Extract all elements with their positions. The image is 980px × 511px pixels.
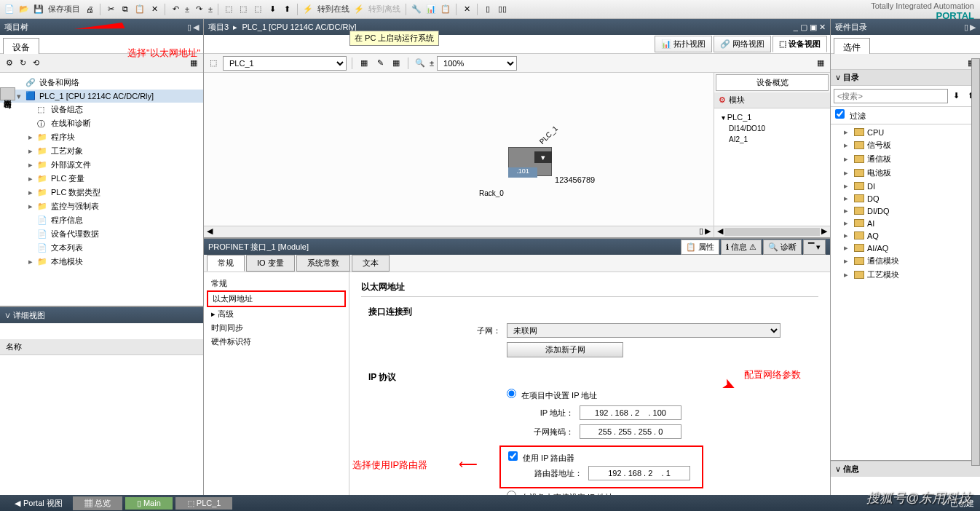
router-address-input[interactable] — [588, 466, 690, 480]
go-offline-button: 转到离线 — [367, 4, 402, 15]
device-overview-panel: 设备概览 ⚙模块 ▾ PLC_1 DI14/DO10 AI2_1 ◀▶ — [714, 73, 830, 237]
upload-icon[interactable]: ⬆ — [280, 3, 293, 16]
tool-icon[interactable]: ▦ — [357, 57, 371, 70]
subnet-select[interactable]: 未联网 — [507, 323, 781, 338]
breadcrumb: 项目3 ▸ PLC_1 [CPU 1214C AC/DC/Rly] _ ▢ ▣ … — [204, 19, 830, 35]
catalog-list[interactable]: ▸CPU ▸信号板 ▸通信板 ▸电池板 ▸DI ▸DQ ▸DI/DQ ▸AI ▸… — [831, 124, 980, 460]
annotation: 选择使用IP路由器 — [352, 459, 427, 472]
device-select[interactable]: PLC_1 — [223, 56, 347, 71]
nav-ethernet[interactable]: 以太网地址 — [207, 290, 346, 307]
delete-icon[interactable]: ✕ — [148, 3, 161, 16]
go-online-button[interactable]: 转到在线 — [316, 4, 351, 15]
undo-icon[interactable]: ↶ — [169, 3, 182, 16]
tab-device[interactable]: ⬚ 设备视图 — [772, 36, 827, 52]
paste-icon[interactable]: 📋 — [133, 3, 146, 16]
bottom-bar: ◀ Portal 视图 ▦ 总览 ▯ Main ⬚ PLC_1 ✔ 已创建 — [0, 495, 980, 511]
tool-icon[interactable]: 📋 — [439, 3, 452, 16]
layout-icon[interactable]: ▯▯ — [496, 3, 509, 16]
layout-icon[interactable]: ▯ — [481, 3, 494, 16]
subtab-sysconst[interactable]: 系统常数 — [296, 255, 350, 272]
collapse-icon[interactable]: ◀ — [193, 23, 199, 32]
go-online-icon[interactable]: ⚡ — [301, 3, 315, 16]
cut-icon[interactable]: ✂ — [104, 3, 117, 16]
zoom-select[interactable]: 100% — [437, 56, 517, 71]
brand-logo: Totally Integrated Automation PORTAL — [871, 1, 974, 21]
search-down-icon[interactable]: ⬇ — [949, 89, 963, 102]
pin-icon[interactable]: ▯ — [964, 23, 968, 32]
print-icon[interactable]: 🖨 — [83, 3, 96, 16]
collapse-icon[interactable]: ▶ — [970, 23, 976, 32]
subtab-general[interactable]: 常规 — [207, 255, 245, 272]
tab-network[interactable]: 🔗 网络视图 — [714, 36, 771, 52]
tool-icon[interactable]: ✎ — [374, 57, 387, 70]
redo-icon[interactable]: ↷ — [192, 3, 205, 16]
tab-diagnostics[interactable]: 🔍 诊断 — [763, 239, 802, 255]
close-icon[interactable]: ✕ — [819, 23, 826, 31]
tooltip: 在 PC 上启动运行系统 — [349, 31, 439, 46]
restore-icon[interactable]: ▣ — [810, 23, 817, 31]
project-tree[interactable]: 🔗设备和网络 ▾🟦PLC_1 [CPU 1214C AC/DC/Rly] ⬚设备… — [0, 73, 203, 306]
subtab-text[interactable]: 文本 — [352, 255, 390, 272]
tab-properties[interactable]: 📋 属性 — [681, 239, 719, 255]
tab-info[interactable]: ℹ 信息 ⚠ — [721, 239, 762, 255]
split-icon[interactable]: ▯ — [699, 226, 703, 237]
props-title-text: PROFINET 接口_1 [Module] — [208, 242, 309, 253]
minimize-icon[interactable]: _ — [794, 23, 798, 31]
props-nav: 常规 以太网地址 ▸ 高级 时间同步 硬件标识符 选择"以太网地址" — [204, 272, 349, 495]
pin-icon[interactable]: ▯ — [187, 23, 191, 32]
left-column: 项目树 ▯◀ 设备 ⚙↻⟲ ▦ 🔗设备和网络 ▾🟦PLC_1 [CPU 1214… — [0, 19, 204, 495]
new-icon[interactable]: 📄 — [3, 3, 16, 16]
save-project-button[interactable]: 保存项目 — [47, 4, 82, 15]
tree-tool-icon[interactable]: ↻ — [16, 57, 29, 70]
zoom-icon[interactable]: 🔍 — [414, 57, 427, 70]
add-subnet-button[interactable]: 添加新子网 — [507, 342, 623, 357]
tool-icon[interactable]: ⬚ — [237, 3, 250, 16]
subtab-iovar[interactable]: IO 变量 — [246, 255, 295, 272]
save-icon[interactable]: 💾 — [32, 3, 45, 16]
subnet-mask-input[interactable] — [580, 424, 681, 439]
filter-checkbox[interactable]: 过滤 — [835, 111, 866, 120]
tab-topology[interactable]: 📊 拓扑视图 — [655, 36, 712, 52]
open-icon[interactable]: 📂 — [17, 3, 31, 16]
nav-timesync[interactable]: 时间同步 — [207, 321, 346, 335]
bottom-tab-main[interactable]: ▯ Main — [125, 497, 173, 510]
tool-icon[interactable]: ▦ — [814, 57, 827, 70]
tool-icon[interactable]: ⬚ — [222, 3, 235, 16]
tab-collapse[interactable]: ▔ ▾ — [803, 239, 826, 255]
bottom-tab-plc[interactable]: ⬚ PLC_1 — [175, 497, 233, 510]
bottom-tab-overview[interactable]: ▦ 总览 — [73, 496, 122, 510]
device-icon[interactable]: ⬚ — [207, 57, 220, 70]
portal-view-button[interactable]: ◀ Portal 视图 — [6, 498, 71, 509]
annotation: 配置网络参数 — [744, 368, 801, 381]
ip-address-input[interactable] — [580, 405, 681, 420]
download-icon[interactable]: ⬇ — [266, 3, 279, 16]
properties-panel: PROFINET 接口_1 [Module] 📋 属性 ℹ 信息 ⚠ 🔍 诊断 … — [204, 237, 830, 495]
right-column: 硬件目录▯▶ 选件 ▦ ∨ 目录 ⬇ ⬆ 过滤 ▸CPU ▸信号板 ▸通信板 ▸… — [830, 19, 980, 495]
copy-icon[interactable]: ⧉ — [119, 3, 132, 16]
tree-tool-icon[interactable]: ⚙ — [3, 57, 16, 70]
nav-hwid[interactable]: 硬件标识符 — [207, 335, 346, 349]
close-icon[interactable]: ✕ — [460, 3, 473, 16]
side-tab-devices[interactable]: 设备与网络 — [0, 87, 15, 100]
props-content: 以太网地址 接口连接到 子网： 未联网 添加新子网 IP 协议 配置网络参数 ➤… — [349, 272, 830, 495]
right-side-tabs[interactable] — [971, 58, 980, 466]
hw-catalog-title: 硬件目录 — [835, 22, 867, 33]
center-column: 项目3 ▸ PLC_1 [CPU 1214C AC/DC/Rly] _ ▢ ▣ … — [204, 19, 830, 495]
overview-tab[interactable]: 设备概览 — [716, 74, 829, 91]
watermark: 搜狐号@东用科技 — [866, 489, 971, 507]
detail-view-title: ∨ 详细视图 — [0, 307, 203, 323]
tool-icon[interactable]: 🔧 — [410, 3, 423, 16]
detail-col-name: 名称 — [0, 339, 203, 355]
checkbox-use-router[interactable]: 使用 IP 路由器 — [508, 453, 574, 462]
device-canvas[interactable]: PLC_1 Rack_0 ▾ .101 1 2 3 4 5 6 7 8 9 — [204, 73, 714, 237]
nav-advanced[interactable]: ▸ 高级 — [207, 307, 346, 321]
radio-set-in-project[interactable]: 在项目中设置 IP 地址 — [507, 389, 597, 401]
maximize-icon[interactable]: ▢ — [800, 23, 807, 31]
tool-icon[interactable]: 📊 — [424, 3, 438, 16]
catalog-search-input[interactable] — [834, 89, 948, 103]
tool-icon[interactable]: ▦ — [390, 57, 403, 70]
go-offline-icon[interactable]: ⚡ — [352, 3, 365, 16]
tree-tool-icon[interactable]: ⟲ — [29, 57, 42, 70]
tool-icon[interactable]: ⬚ — [251, 3, 264, 16]
nav-general[interactable]: 常规 — [207, 277, 346, 290]
